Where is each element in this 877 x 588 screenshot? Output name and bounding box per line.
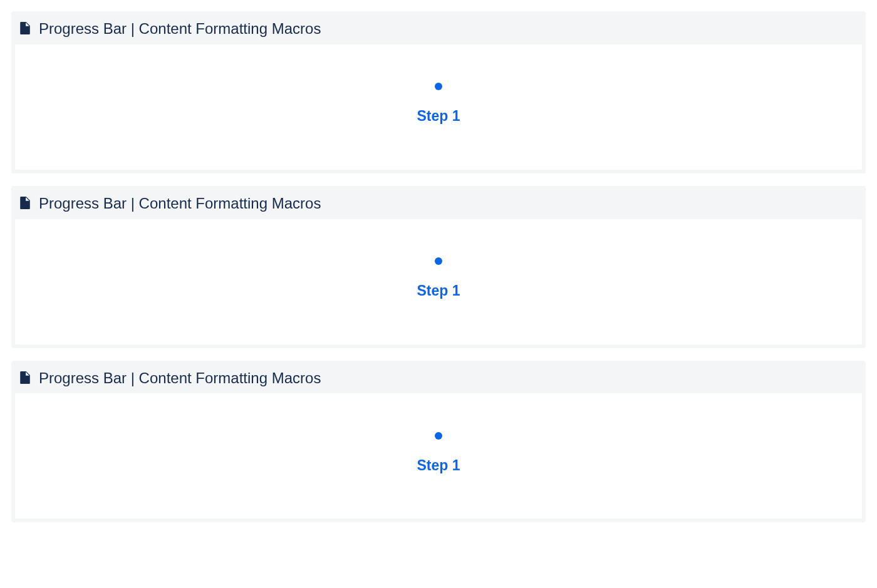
progress-bar-macro-panel[interactable]: Progress Bar | Content Formatting Macros… — [11, 186, 866, 348]
macro-title: Progress Bar | Content Formatting Macros — [39, 369, 321, 388]
macro-header: Progress Bar | Content Formatting Macros — [15, 190, 862, 219]
document-icon — [20, 197, 31, 210]
progress-step-label[interactable]: Step 1 — [417, 457, 460, 474]
document-icon — [20, 22, 31, 36]
progress-step-dot[interactable] — [435, 257, 442, 265]
macro-header: Progress Bar | Content Formatting Macros — [15, 15, 862, 44]
progress-step-dot[interactable] — [435, 432, 442, 440]
progress-step-label[interactable]: Step 1 — [417, 108, 460, 125]
document-icon — [20, 371, 31, 385]
macro-body: Step 1 — [15, 219, 862, 344]
macro-body: Step 1 — [15, 44, 862, 170]
progress-step-dot[interactable] — [435, 83, 442, 90]
macro-body: Step 1 — [15, 393, 862, 518]
macro-title: Progress Bar | Content Formatting Macros — [39, 195, 321, 213]
progress-bar-macro-panel[interactable]: Progress Bar | Content Formatting Macros… — [11, 361, 866, 523]
progress-bar-macro-panel[interactable]: Progress Bar | Content Formatting Macros… — [11, 11, 866, 173]
macro-title: Progress Bar | Content Formatting Macros — [39, 20, 321, 38]
macro-header: Progress Bar | Content Formatting Macros — [15, 364, 862, 394]
progress-step-label[interactable]: Step 1 — [417, 282, 460, 299]
